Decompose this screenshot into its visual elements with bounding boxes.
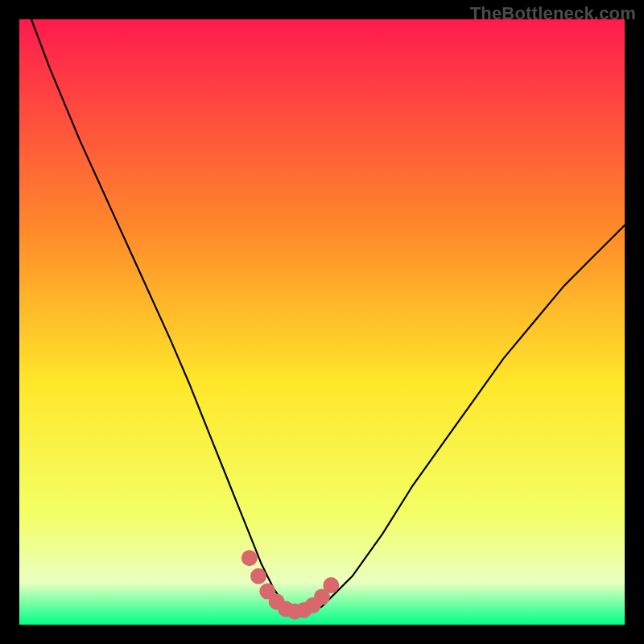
plot-area <box>19 19 625 625</box>
outer-black-frame: TheBottleneck.com <box>0 0 644 644</box>
chart-svg <box>19 19 625 625</box>
bottom-marker <box>242 550 258 566</box>
bottom-marker <box>250 568 266 584</box>
bottom-marker <box>323 577 339 593</box>
